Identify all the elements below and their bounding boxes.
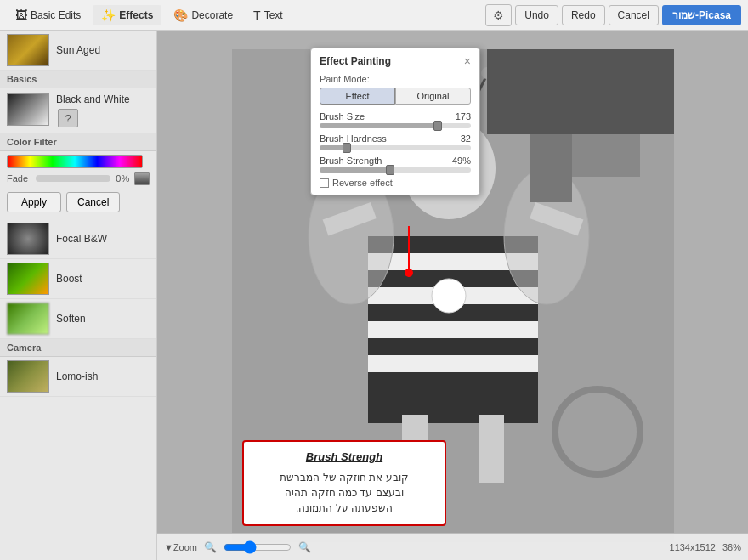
sidebar-item-sun-aged[interactable]: Sun Aged	[0, 31, 156, 71]
brush-hardness-thumb[interactable]	[343, 143, 351, 153]
brush-size-row: Brush Size 173	[320, 111, 471, 128]
brush-size-fill	[320, 123, 440, 128]
fade-row: Fade 0%	[0, 170, 156, 189]
zoom-percentage: 36%	[722, 542, 741, 552]
brush-size-value: 173	[456, 111, 471, 122]
brush-hardness-slider[interactable]	[320, 145, 471, 150]
brush-size-label: Brush Size	[320, 111, 365, 122]
popup-close-button[interactable]: ×	[464, 55, 471, 67]
sidebar-item-focal-bw[interactable]: Focal B&W	[0, 219, 156, 259]
effects-icon: ✨	[101, 8, 116, 22]
tab-basic-edits-label: Basic Edits	[31, 9, 81, 21]
zoom-slider[interactable]	[224, 540, 292, 554]
brush-hardness-value: 32	[461, 133, 471, 144]
apply-button[interactable]: Apply	[7, 192, 61, 212]
brush-strength-row: Brush Strength 49%	[320, 156, 471, 173]
sun-aged-label: Sun Aged	[56, 44, 100, 56]
svg-rect-24	[487, 49, 674, 134]
tab-text[interactable]: T Text	[245, 5, 292, 25]
brush-size-header: Brush Size 173	[320, 111, 471, 122]
focal-bw-thumbnail	[7, 223, 49, 255]
svg-rect-18	[479, 415, 504, 483]
svg-rect-8	[368, 355, 538, 372]
brush-strength-value: 49%	[452, 156, 471, 166]
search-icon: 🔍	[204, 541, 217, 553]
paint-mode-buttons: Effect Original	[320, 88, 471, 105]
save-button[interactable]: שמור-Picasa	[662, 5, 741, 25]
sidebar-item-soften[interactable]: Soften	[0, 299, 156, 339]
sidebar: Sun Aged Basics Black and White ? Color …	[0, 31, 157, 560]
fade-icon	[134, 172, 150, 185]
redo-button[interactable]: Redo	[562, 5, 605, 25]
tooltip-title: Brush Strengh	[256, 450, 433, 463]
brush-size-thumb[interactable]	[434, 121, 442, 131]
popup-header: Effect Painting ×	[320, 55, 471, 67]
canvas-area: Effect Painting × Paint Mode: Effect Ori…	[157, 31, 748, 560]
tooltip-body: קובע את חוזקה של המברשת ובעצם עד כמה חזק…	[256, 470, 433, 516]
fade-slider[interactable]	[36, 175, 111, 182]
lomo-thumbnail	[7, 360, 49, 393]
paint-mode-label: Paint Mode:	[320, 74, 471, 84]
bw-question-mark[interactable]: ?	[58, 109, 78, 127]
gear-icon: ⚙	[493, 8, 504, 22]
main-area: Sun Aged Basics Black and White ? Color …	[0, 31, 748, 560]
focal-bw-label: Focal B&W	[56, 233, 107, 245]
tab-decorate[interactable]: 🎨 Decorate	[165, 5, 241, 25]
bw-label: Black and White	[56, 93, 130, 105]
sun-aged-thumbnail	[7, 34, 49, 66]
basic-edits-icon: 🖼	[15, 8, 27, 22]
brush-strength-label: Brush Strength	[320, 156, 382, 166]
boost-thumbnail	[7, 263, 49, 295]
cancel-effect-button[interactable]: Cancel	[66, 192, 120, 212]
fade-label: Fade	[7, 173, 31, 184]
cancel-button[interactable]: Cancel	[609, 5, 659, 25]
mode-original-button[interactable]: Original	[395, 88, 471, 105]
toolbar: 🖼 Basic Edits ✨ Effects 🎨 Decorate T Tex…	[0, 0, 748, 31]
svg-point-16	[432, 279, 466, 313]
undo-button[interactable]: Undo	[515, 5, 558, 25]
text-icon: T	[253, 8, 261, 22]
brush-hardness-header: Brush Hardness 32	[320, 133, 471, 144]
tab-decorate-label: Decorate	[191, 9, 233, 21]
zoom-icon-right: 🔍	[298, 541, 311, 553]
lomo-label: Lomo-ish	[56, 371, 98, 382]
soften-label: Soften	[56, 313, 86, 325]
popup-title: Effect Painting	[320, 55, 391, 67]
effect-painting-popup: Effect Painting × Paint Mode: Effect Ori…	[310, 48, 480, 195]
bw-thumbnail	[7, 93, 49, 126]
tab-effects[interactable]: ✨ Effects	[93, 5, 162, 25]
tooltip-arrow-line	[408, 226, 410, 277]
tab-effects-label: Effects	[119, 9, 153, 21]
reverse-effect-label: Reverse effect	[332, 178, 393, 188]
svg-rect-7	[368, 321, 538, 338]
boost-label: Boost	[56, 273, 82, 285]
sidebar-item-boost[interactable]: Boost	[0, 259, 156, 299]
color-filter-bar[interactable]	[7, 155, 143, 168]
tooltip-arrow-dot	[405, 269, 413, 277]
brush-strength-tooltip: Brush Strengh קובע את חוזקה של המברשת וב…	[242, 440, 446, 526]
brush-strength-slider[interactable]	[320, 167, 471, 173]
color-filter-section: Color Filter	[0, 133, 156, 151]
fade-pct: 0%	[116, 173, 129, 184]
brush-strength-thumb[interactable]	[386, 165, 394, 175]
bottom-bar: ▼Zoom 🔍 🔍 1134x1512 36%	[157, 533, 748, 560]
brush-strength-fill	[320, 167, 394, 173]
sidebar-item-bw[interactable]: Black and White ?	[0, 88, 156, 133]
decorate-icon: 🎨	[173, 8, 188, 22]
color-filter-bar-row	[0, 151, 156, 170]
reverse-effect-row: Reverse effect	[320, 178, 471, 188]
mode-effect-button[interactable]: Effect	[320, 88, 395, 105]
tab-basic-edits[interactable]: 🖼 Basic Edits	[7, 5, 89, 25]
settings-button[interactable]: ⚙	[485, 4, 512, 26]
tab-text-label: Text	[264, 9, 283, 21]
brush-strength-header: Brush Strength 49%	[320, 156, 471, 166]
sidebar-item-lomo[interactable]: Lomo-ish	[0, 357, 156, 397]
reverse-effect-checkbox[interactable]	[320, 178, 329, 188]
zoom-label: ▼Zoom	[164, 542, 197, 552]
camera-section-header: Camera	[0, 339, 156, 357]
image-dimensions: 1134x1512	[670, 542, 716, 552]
brush-size-slider[interactable]	[320, 123, 471, 128]
brush-hardness-label: Brush Hardness	[320, 133, 387, 144]
brush-hardness-row: Brush Hardness 32	[320, 133, 471, 150]
basics-section-header: Basics	[0, 71, 156, 88]
